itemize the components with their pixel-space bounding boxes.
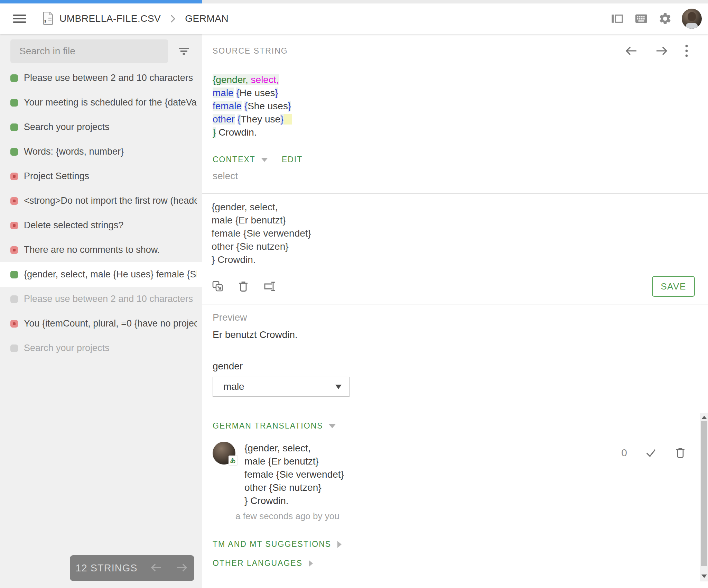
breadcrumb-file[interactable]: UMBRELLA-FILE.CSV	[59, 13, 161, 24]
previous-string-icon[interactable]	[624, 44, 639, 58]
list-item[interactable]: <strong>Do not import the first row (hea…	[0, 189, 202, 213]
string-label: Search your projects	[24, 122, 110, 132]
string-status-icon	[10, 271, 18, 278]
source-string-title: SOURCE STRING	[213, 46, 288, 56]
strings-count: 12 STRINGS	[75, 562, 137, 574]
divider	[202, 304, 708, 304]
strings-pager[interactable]: 12 STRINGS	[70, 555, 194, 581]
icu-param-selected-value: male	[223, 381, 244, 392]
string-label: There are no comments to show.	[24, 245, 160, 255]
string-status-icon	[10, 123, 18, 131]
string-status-icon	[10, 173, 18, 180]
tm-suggestions-toggle[interactable]: TM AND MT SUGGESTIONS	[213, 540, 331, 549]
string-label: Please use between 2 and 10 characters	[24, 73, 193, 83]
list-item[interactable]: Search your projects	[0, 336, 202, 360]
kebab-menu-icon[interactable]	[684, 44, 689, 58]
string-status-icon	[10, 99, 18, 107]
breadcrumb-language[interactable]: GERMAN	[185, 13, 229, 24]
translation-entry: あ {gender, select,male {Er benutzt}femal…	[213, 442, 686, 522]
context-toggle[interactable]: CONTEXT	[213, 155, 255, 164]
triangle-down-icon[interactable]	[261, 158, 268, 162]
list-item[interactable]: You {itemCount, plural, =0 {have no proj…	[0, 311, 202, 336]
string-status-icon	[10, 295, 18, 303]
list-item[interactable]: Please use between 2 and 10 characters	[0, 66, 202, 90]
string-label: Please use between 2 and 10 characters	[24, 294, 193, 304]
translation-input[interactable]: {gender, select,male {Er benutzt}female …	[212, 201, 694, 266]
list-item[interactable]: Project Settings	[0, 164, 202, 189]
progress-bar-fill	[0, 0, 202, 3]
menu-icon[interactable]	[12, 13, 27, 24]
text-select-icon[interactable]	[263, 280, 277, 293]
string-status-icon	[10, 344, 18, 352]
scrollbar[interactable]	[700, 413, 708, 581]
progress-strip	[0, 0, 708, 3]
save-button[interactable]: SAVE	[652, 276, 695, 297]
translation-entry-text: {gender, select,male {Er benutzt}female …	[244, 442, 344, 507]
string-label: <strong>Do not import the first row (hea…	[24, 195, 197, 206]
list-item[interactable]: Delete selected strings?	[0, 213, 202, 238]
keyboard-icon[interactable]	[634, 13, 649, 25]
filter-icon[interactable]	[177, 44, 191, 58]
gear-icon[interactable]	[658, 12, 672, 26]
divider	[202, 193, 708, 194]
translations-panel-toggle[interactable]: GERMAN TRANSLATIONS	[213, 421, 323, 431]
list-item[interactable]: Please use between 2 and 10 characters	[0, 287, 202, 311]
csv-file-icon: ,	[42, 11, 54, 27]
svg-text:,: ,	[44, 13, 46, 24]
string-label: Search your projects	[24, 343, 110, 353]
list-item[interactable]: There are no comments to show.	[0, 238, 202, 262]
list-item[interactable]: Search your projects	[0, 115, 202, 139]
scroll-up-icon[interactable]	[701, 416, 707, 419]
edit-context-link[interactable]: EDIT	[282, 155, 302, 164]
translator-avatar: あ	[213, 442, 235, 465]
next-string-icon[interactable]	[654, 44, 669, 58]
source-string-text: {gender, select,male {He uses}female {Sh…	[213, 73, 694, 139]
string-status-icon	[10, 320, 18, 328]
editor-window: , UMBRELLA-FILE.CSV GERMAN	[0, 0, 708, 588]
string-status-icon	[10, 148, 18, 156]
triangle-right-icon[interactable]	[337, 541, 342, 548]
string-label: You {itemCount, plural, =0 {have no proj…	[24, 318, 197, 329]
scrollbar-thumb[interactable]	[701, 421, 707, 566]
string-label: Delete selected strings?	[24, 220, 123, 231]
scroll-down-icon[interactable]	[701, 575, 707, 578]
translation-entry-meta: a few seconds ago by you	[235, 511, 344, 522]
check-icon[interactable]	[644, 447, 658, 459]
strings-sidebar: Please use between 2 and 10 charactersYo…	[0, 34, 202, 588]
string-list: Please use between 2 and 10 charactersYo…	[0, 66, 202, 360]
string-label: {gender, select, male {He uses} female {…	[24, 269, 197, 280]
icu-param-label: gender	[213, 361, 708, 372]
translator-badge-icon: あ	[229, 456, 237, 465]
other-languages-toggle[interactable]: OTHER LANGUAGES	[213, 559, 302, 568]
string-status-icon	[10, 197, 18, 205]
search-input[interactable]	[10, 39, 168, 63]
triangle-down-icon[interactable]	[329, 424, 336, 428]
string-label: Your meeting is scheduled for the {dateV…	[24, 97, 197, 108]
string-status-icon	[10, 246, 18, 254]
string-label: Words: {words, number}	[24, 146, 124, 157]
string-status-icon	[10, 74, 18, 82]
chevron-right-icon	[170, 14, 176, 24]
trash-icon[interactable]	[675, 447, 686, 459]
divider	[202, 351, 708, 351]
next-page-icon[interactable]	[175, 562, 189, 574]
list-item[interactable]: Your meeting is scheduled for the {dateV…	[0, 90, 202, 115]
user-avatar[interactable]	[682, 9, 702, 29]
vote-count: 0	[621, 447, 627, 459]
preview-label: Preview	[213, 312, 708, 323]
triangle-right-icon[interactable]	[309, 560, 313, 567]
prev-page-icon[interactable]	[149, 562, 163, 574]
copy-source-icon[interactable]	[212, 280, 224, 293]
string-status-icon	[10, 222, 18, 229]
editor-main: SOURCE STRING {gender, select,male {He u…	[202, 34, 708, 588]
list-item[interactable]: Words: {words, number}	[0, 139, 202, 164]
top-bar: , UMBRELLA-FILE.CSV GERMAN	[0, 3, 708, 34]
list-item[interactable]: {gender, select, male {He uses} female {…	[0, 262, 202, 287]
icu-param-select[interactable]: male	[213, 377, 350, 397]
string-label: Project Settings	[24, 171, 89, 182]
side-panel-icon[interactable]	[611, 12, 624, 25]
translations-panel: GERMAN TRANSLATIONS あ {gender, select,ma…	[202, 412, 708, 581]
preview-value: Er benutzt Crowdin.	[213, 329, 708, 340]
trash-icon[interactable]	[238, 280, 249, 293]
select-caret-icon	[335, 385, 342, 389]
